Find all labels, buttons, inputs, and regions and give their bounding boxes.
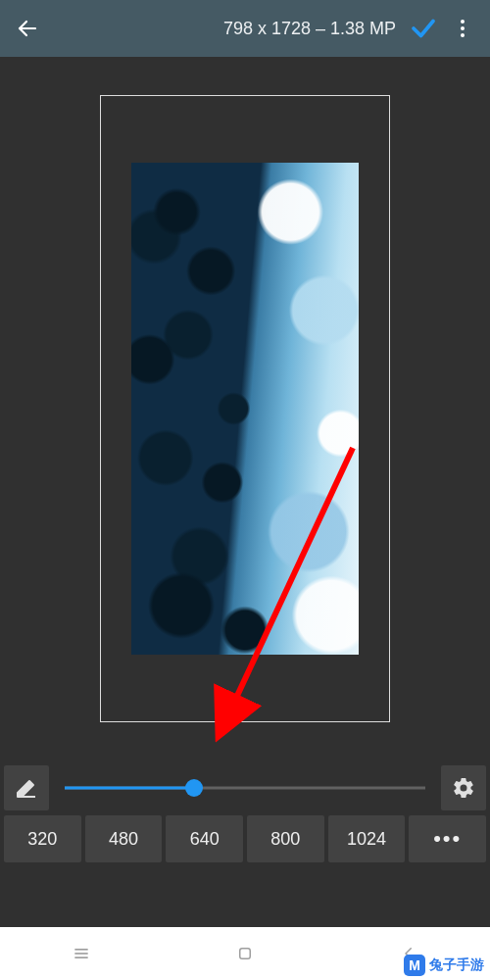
preset-1024-button[interactable]: 1024 [328,815,406,862]
back-button[interactable] [8,9,47,48]
slider-fill [65,787,194,790]
app-bar: 798 x 1728 – 1.38 MP [0,0,490,57]
svg-point-1 [461,20,465,24]
watermark: 兔子手游 [404,955,484,976]
svg-point-2 [461,26,465,30]
check-icon [409,14,438,43]
slider-thumb[interactable] [185,779,203,797]
image-dimensions-label: 798 x 1728 – 1.38 MP [47,19,404,39]
gear-icon [452,776,475,800]
preset-640-button[interactable]: 640 [166,815,243,862]
slider-row [0,760,490,815]
preset-480-button[interactable]: 480 [85,815,163,862]
edit-icon [15,776,38,800]
back-arrow-icon [16,17,39,40]
preset-more-button[interactable]: ••• [409,815,486,862]
svg-rect-9 [240,949,251,959]
overflow-menu-button[interactable] [443,9,482,48]
resize-frame[interactable] [100,95,390,722]
nav-home-button[interactable] [216,934,274,973]
size-presets-row: 320 480 640 800 1024 ••• [0,815,490,868]
preset-800-button[interactable]: 800 [247,815,324,862]
bottom-gap [0,868,490,927]
preset-320-button[interactable]: 320 [4,815,81,862]
settings-button[interactable] [441,765,486,810]
system-nav-bar: 兔子手游 [0,927,490,980]
resize-slider[interactable] [53,765,437,810]
confirm-button[interactable] [404,9,443,48]
edit-dimensions-button[interactable] [4,765,49,810]
svg-point-3 [461,33,465,37]
watermark-text: 兔子手游 [429,956,484,974]
watermark-logo-icon [404,955,425,976]
nav-recent-button[interactable] [52,934,111,973]
nav-home-icon [236,945,254,962]
image-preview [131,163,359,655]
canvas-area [0,57,490,760]
nav-recent-icon [72,944,91,963]
more-vert-icon [451,17,474,40]
